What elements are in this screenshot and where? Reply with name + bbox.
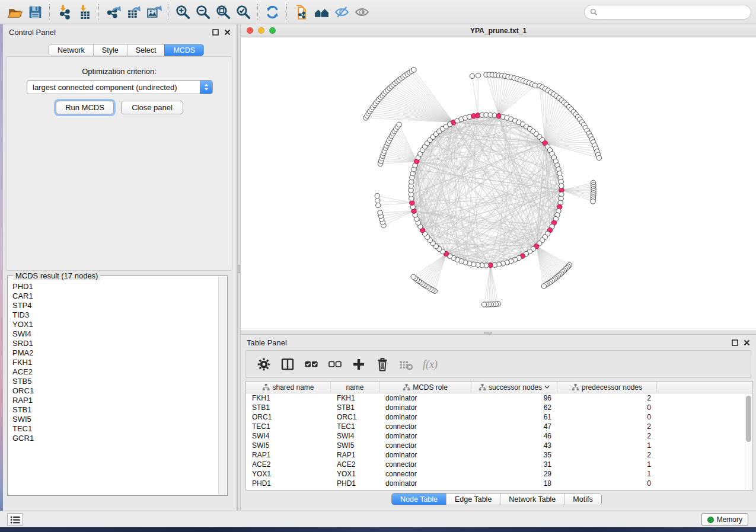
delete-icon[interactable] xyxy=(373,354,392,374)
import-network-from-file-icon[interactable] xyxy=(54,2,74,21)
import-table-from-file-icon[interactable] xyxy=(74,2,94,21)
result-node[interactable]: STB1 xyxy=(12,405,218,415)
table-cell: connector xyxy=(379,422,471,431)
result-node[interactable]: SRD1 xyxy=(12,339,218,348)
save-session-icon[interactable] xyxy=(25,2,45,21)
show-graphics-details-icon[interactable] xyxy=(352,2,372,21)
column-header-shared-name[interactable]: shared name xyxy=(246,382,331,393)
open-session-icon[interactable] xyxy=(5,2,25,21)
result-node[interactable]: FKH1 xyxy=(12,358,218,367)
tab-mcds[interactable]: MCDS xyxy=(164,44,203,56)
result-node[interactable]: ORC1 xyxy=(12,386,218,396)
first-neighbors-icon[interactable] xyxy=(311,2,331,21)
float-panel-icon[interactable] xyxy=(212,29,219,36)
result-node[interactable]: ACE2 xyxy=(12,367,218,377)
table-row[interactable]: SWI5SWI5connector431 xyxy=(246,441,752,450)
result-node[interactable]: STP4 xyxy=(12,301,218,310)
result-node[interactable]: STB5 xyxy=(12,377,218,386)
table-row[interactable]: TEC1TEC1connector472 xyxy=(246,422,752,431)
zoom-out-icon[interactable] xyxy=(193,2,213,21)
columns-icon[interactable] xyxy=(278,354,297,374)
search-icon xyxy=(590,8,598,16)
new-network-from-selection-icon[interactable] xyxy=(291,2,311,21)
result-node[interactable]: SWI5 xyxy=(12,415,218,424)
network-view-canvas[interactable] xyxy=(241,37,756,331)
network-node[interactable] xyxy=(559,184,564,188)
table-row[interactable]: PHD1PHD1dominator180 xyxy=(246,479,752,488)
node-table: shared namenameMCDS rolesuccessor nodesp… xyxy=(245,381,753,491)
export-image-icon[interactable] xyxy=(143,2,164,21)
result-node[interactable]: SWI4 xyxy=(12,329,218,339)
result-node[interactable]: TID3 xyxy=(12,310,218,320)
table-row[interactable]: STB1STB1dominator620 xyxy=(246,403,752,412)
table-row[interactable]: ORC1ORC1dominator610 xyxy=(246,412,752,422)
add-icon[interactable] xyxy=(349,354,368,374)
tab-edge-table[interactable]: Edge Table xyxy=(446,493,500,505)
table-cell: dominator xyxy=(379,450,471,460)
table-scrollbar[interactable] xyxy=(745,394,752,489)
column-header-predecessor-nodes[interactable]: predecessor nodes xyxy=(557,382,657,393)
tab-select[interactable]: Select xyxy=(127,44,165,56)
tab-node-table[interactable]: Node Table xyxy=(392,493,446,505)
run-mcds-button[interactable]: Run MCDS xyxy=(56,101,114,114)
table-cell: 62 xyxy=(471,403,557,412)
mcds-result-list[interactable]: PHD1CAR1STP4TID3YOX1SWI4SRD1PMA2FKH1ACE2… xyxy=(8,280,218,495)
network-node[interactable] xyxy=(411,274,416,279)
hide-selected-icon[interactable] xyxy=(331,2,352,21)
select-all-icon[interactable] xyxy=(302,354,321,374)
network-node[interactable] xyxy=(375,193,379,198)
desktop-wallpaper-bottom xyxy=(0,527,756,532)
table-row[interactable]: RAP1RAP1dominator352 xyxy=(246,450,752,460)
tab-network-table[interactable]: Network Table xyxy=(500,493,564,505)
network-node[interactable] xyxy=(591,199,595,204)
network-node[interactable] xyxy=(375,198,380,203)
result-node[interactable]: CAR1 xyxy=(12,291,218,301)
gear-icon[interactable] xyxy=(254,354,273,374)
network-node[interactable] xyxy=(476,73,480,78)
network-node[interactable] xyxy=(378,210,382,215)
zoom-fit-content-icon[interactable] xyxy=(213,2,233,21)
tab-motifs[interactable]: Motifs xyxy=(564,493,601,505)
network-node[interactable] xyxy=(481,302,486,307)
deselect-all-icon[interactable] xyxy=(326,354,344,374)
zoom-in-icon[interactable] xyxy=(173,2,193,21)
close-panel-icon[interactable] xyxy=(224,29,231,36)
result-node[interactable]: PHD1 xyxy=(12,282,218,291)
export-network-icon[interactable] xyxy=(103,2,123,21)
table-row[interactable]: YOX1YOX1connector291 xyxy=(246,469,752,479)
network-node[interactable] xyxy=(397,122,401,127)
export-table-icon[interactable] xyxy=(123,2,143,21)
tab-network[interactable]: Network xyxy=(49,44,93,56)
network-node[interactable] xyxy=(541,284,546,289)
float-table-panel-icon[interactable] xyxy=(732,339,738,346)
search-input[interactable] xyxy=(601,8,745,17)
horizontal-splitter[interactable] xyxy=(241,331,756,335)
optimization-criterion-dropdown[interactable]: largest connected component (undirected) xyxy=(27,80,213,94)
table-cell: 2 xyxy=(557,393,657,403)
table-row[interactable]: ACE2ACE2connector311 xyxy=(246,460,752,469)
zoom-selected-region-icon[interactable] xyxy=(233,2,253,21)
search-box[interactable] xyxy=(584,5,751,20)
column-header-MCDS-role[interactable]: MCDS role xyxy=(379,382,471,393)
close-table-panel-icon[interactable] xyxy=(744,339,750,346)
task-history-button[interactable] xyxy=(7,513,23,526)
tab-style[interactable]: Style xyxy=(93,44,127,56)
table-scrollbar-thumb[interactable] xyxy=(746,396,751,442)
table-row[interactable]: SWI4SWI4dominator462 xyxy=(246,431,752,441)
result-node[interactable]: TEC1 xyxy=(12,424,218,434)
column-header-name[interactable]: name xyxy=(331,382,379,393)
result-node[interactable]: YOX1 xyxy=(12,320,218,329)
table-row[interactable]: FKH1FKH1dominator962 xyxy=(246,393,752,403)
network-node[interactable] xyxy=(596,155,601,160)
network-node[interactable] xyxy=(412,68,416,72)
network-node[interactable] xyxy=(376,203,381,207)
result-scrollbar[interactable] xyxy=(218,277,227,495)
close-panel-button[interactable]: Close panel xyxy=(121,101,183,114)
column-header-successor-nodes[interactable]: successor nodes xyxy=(471,382,557,393)
memory-button[interactable]: Memory xyxy=(701,513,748,526)
apply-preferred-layout-icon[interactable] xyxy=(262,2,282,21)
result-node[interactable]: PMA2 xyxy=(12,348,218,358)
result-node[interactable]: GCR1 xyxy=(12,434,218,443)
network-node[interactable] xyxy=(470,73,474,78)
result-node[interactable]: RAP1 xyxy=(12,396,218,405)
